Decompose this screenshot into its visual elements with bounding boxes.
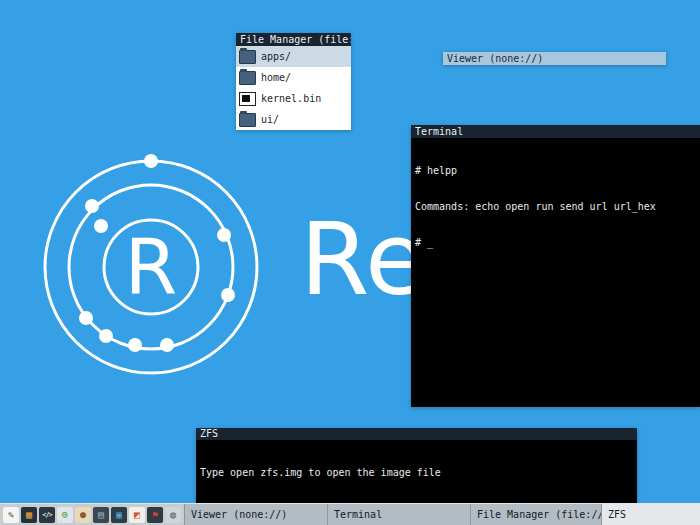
file-manager-titlebar[interactable]: File Manager (file:/ [236,33,351,46]
task-button-viewer[interactable]: Viewer (none://) [184,504,327,525]
folder-icon [239,50,256,64]
taskbar: ✎ ▦ </> ⚙ ● ▤ ▣ ◩ ⚑ ◍ Viewer (none://) T… [0,503,700,525]
settings-gear-icon[interactable]: ⚙ [57,507,73,523]
terminal-output[interactable]: # helpp Commands: echo open run send url… [411,138,700,407]
paint-icon[interactable]: ◩ [129,507,145,523]
file-row-home[interactable]: home/ [236,67,351,88]
flag-icon[interactable]: ⚑ [147,507,163,523]
brand-wordmark: Re [300,210,427,310]
file-list: apps/ home/ kernel.bin ui/ [236,46,351,130]
terminal-line: # _ [415,237,700,249]
logo-letter: R [125,223,178,312]
task-button-zfs[interactable]: ZFS [601,504,700,525]
code-icon[interactable]: </> [39,507,55,523]
file-row-label: kernel.bin [261,93,321,104]
terminal-titlebar[interactable]: Terminal [411,125,700,138]
file-row-label: apps/ [261,51,291,62]
task-button-terminal[interactable]: Terminal [327,504,470,525]
folder-icon [239,71,256,85]
zfs-line: Type open zfs.img to open the image file [200,467,637,479]
task-button-file-manager[interactable]: File Manager (file:///) [470,504,601,525]
launcher-area: ✎ ▦ </> ⚙ ● ▤ ▣ ◩ ⚑ ◍ [0,504,184,525]
database-icon[interactable]: ◍ [165,507,181,523]
zfs-output[interactable]: Type open zfs.img to open the image file… [196,440,637,503]
sombrero-icon[interactable]: ● [75,507,91,523]
file-row-kernel[interactable]: kernel.bin [236,88,351,109]
file-cabinet-icon[interactable]: ▤ [93,507,109,523]
viewer-window: Viewer (none://) [443,52,666,65]
terminal-line: Commands: echo open run send url url_hex [415,201,700,213]
viewer-app-icon[interactable]: ▣ [111,507,127,523]
file-icon [239,92,256,106]
terminal-line: # helpp [415,165,700,177]
pixel-game-icon[interactable]: ▦ [21,507,37,523]
folder-icon [239,113,256,127]
desktop: Re R File Manager (file:/ apps/ [0,0,700,525]
file-row-label: home/ [261,72,291,83]
zfs-titlebar[interactable]: ZFS [196,428,637,440]
file-manager-window: File Manager (file:/ apps/ home/ kernel.… [236,33,351,130]
zfs-window: ZFS Type open zfs.img to open the image … [196,428,637,503]
file-row-ui[interactable]: ui/ [236,109,351,130]
file-row-label: ui/ [261,114,279,125]
redox-logo: R [36,152,266,382]
file-row-apps[interactable]: apps/ [236,46,351,67]
terminal-window: Terminal # helpp Commands: echo open run… [411,125,700,407]
viewer-titlebar[interactable]: Viewer (none://) [443,52,666,65]
editor-icon[interactable]: ✎ [3,507,19,523]
